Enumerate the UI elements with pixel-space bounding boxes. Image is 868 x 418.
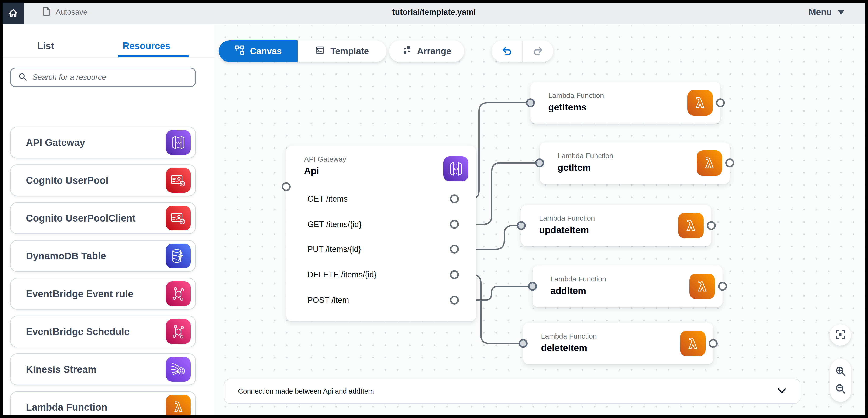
kinesis-icon [166,357,191,382]
fit-view-button[interactable] [830,324,851,346]
search-icon [18,72,27,82]
node-api-gateway[interactable]: API Gateway Api </> GET /items GET /item… [286,146,476,321]
lambda-icon: λ [687,90,713,116]
port-updateItem-output[interactable] [707,221,716,230]
search-input[interactable] [32,70,195,84]
resource-label: Cognito UserPool [11,175,166,186]
port-deleteItem-input[interactable] [519,339,528,348]
menu-caret-icon [837,7,845,17]
undo-button[interactable] [492,40,522,62]
lambda-icon: λ [689,274,715,299]
lambda-icon: λ [680,331,706,356]
api-method-row: DELETE /items/{id} [307,262,376,287]
svg-text:λ: λ [689,336,697,351]
eventbridge-icon [166,319,191,344]
port-addItem-input[interactable] [528,282,537,291]
resource-label: EventBridge Schedule [11,326,166,337]
resource-card-lambda-function[interactable]: Lambda Function λ [10,391,196,418]
zoom-in-icon [835,365,846,378]
tab-list[interactable]: List [13,33,79,59]
top-bar: Autosave tutorial/template.yaml Menu [0,0,868,24]
eventbridge-icon [166,281,191,306]
arrange-label: Arrange [417,46,451,56]
resource-card-api-gateway[interactable]: API Gateway </> [10,127,196,158]
menu-label: Menu [809,7,832,17]
resource-card-cognito-userpoolclient[interactable]: Cognito UserPoolClient [10,202,196,234]
port-getItem-output[interactable] [725,158,734,168]
resource-label: Kinesis Stream [11,364,166,375]
node-name: getItem [558,162,591,173]
zoom-controls [830,359,851,402]
node-lambda-getItem[interactable]: Lambda Function getItem λ [540,142,730,184]
page-title: tutorial/template.yaml [0,0,868,24]
port-updateItem-input[interactable] [517,221,526,230]
port-getItems-input[interactable] [526,98,535,107]
port-addItem-output[interactable] [718,282,727,291]
undo-redo-group [492,40,553,62]
api-method-row: GET /items [307,186,348,212]
dynamodb-icon [166,244,191,268]
lambda-icon: λ [678,213,704,238]
zoom-out-button[interactable] [833,382,848,397]
zoom-in-button[interactable] [833,364,848,379]
chevron-down-icon[interactable] [777,388,786,395]
tab-template[interactable]: Template [298,40,386,62]
api-method-row: POST /item [307,287,349,313]
node-type-label: API Gateway [304,155,346,163]
node-lambda-getItems[interactable]: Lambda Function getItems λ [530,82,720,124]
template-tab-label: Template [330,46,369,56]
resource-card-dynamodb-table[interactable]: DynamoDB Table [10,240,196,272]
svg-text:λ: λ [174,400,182,415]
node-lambda-deleteItem[interactable]: Lambda Function deleteItem λ [523,323,713,364]
port-api-input[interactable] [282,182,291,191]
port-method-put-item-id[interactable] [450,245,459,253]
resource-label: Lambda Function [11,401,166,413]
resource-label: Cognito UserPoolClient [11,212,166,224]
port-method-delete-item-id[interactable] [450,270,459,279]
fit-view-icon [835,329,846,341]
node-name: updateItem [539,225,589,235]
api-gateway-icon: </> [166,130,191,155]
cognito-userpool-icon [166,206,191,231]
api-method-row: GET /items/{id} [307,212,362,237]
node-type-label: Lambda Function [548,91,604,100]
resource-label: DynamoDB Table [11,250,166,262]
tab-canvas[interactable]: Canvas [219,40,298,62]
node-name: addItem [550,286,586,296]
cognito-userpool-icon [166,168,191,192]
zoom-out-icon [835,383,846,395]
lambda-icon: λ [696,150,722,176]
svg-text:λ: λ [696,95,704,111]
node-lambda-addItem[interactable]: Lambda Function addItem λ [532,266,722,307]
undo-icon [501,45,513,57]
arrange-button[interactable]: Arrange [389,40,464,62]
redo-button[interactable] [523,40,553,62]
menu-button[interactable]: Menu [809,0,845,24]
port-method-get-items[interactable] [450,195,459,203]
svg-text:</>: </> [453,167,460,171]
port-method-get-item-id[interactable] [450,220,459,229]
api-gateway-icon: </> [443,156,468,181]
app-window: Autosave tutorial/template.yaml Menu Lis… [0,0,868,418]
resource-label: API Gateway [11,137,166,148]
resource-card-eventbridge-event-rule[interactable]: EventBridge Event rule [10,278,196,310]
canvas-tab-label: Canvas [250,46,282,56]
node-type-label: Lambda Function [541,332,597,340]
svg-text:</>: </> [175,141,182,145]
node-lambda-updateItem[interactable]: Lambda Function updateItem λ [521,205,711,246]
canvas-icon [235,45,244,57]
resources-sidebar: List Resources API Gateway </> [0,25,214,418]
port-getItem-input[interactable] [535,158,544,168]
node-name: getItems [548,102,587,113]
node-type-label: Lambda Function [550,275,606,283]
resource-label: EventBridge Event rule [11,288,166,299]
arrange-icon [402,46,411,57]
port-getItems-output[interactable] [716,98,725,107]
port-method-post-item[interactable] [450,296,459,305]
resource-card-cognito-userpool[interactable]: Cognito UserPool [10,165,196,196]
resource-card-eventbridge-schedule[interactable]: EventBridge Schedule [10,316,196,348]
resource-card-kinesis-stream[interactable]: Kinesis Stream [10,353,196,385]
port-deleteItem-output[interactable] [709,339,718,348]
notification-bar[interactable]: Connection made between Api and addItem [224,379,801,404]
resource-search [10,67,196,87]
